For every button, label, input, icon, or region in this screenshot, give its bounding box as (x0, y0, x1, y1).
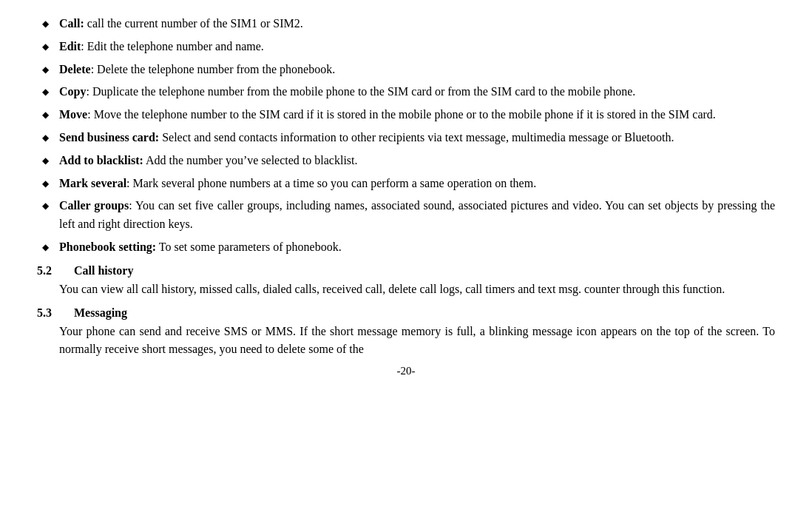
bullet-text-delete: Delete: Delete the telephone number from… (59, 61, 775, 79)
bullet-text-edit: Edit: Edit the telephone number and name… (59, 38, 775, 56)
bullet-item-phonebook-setting: ◆ Phonebook setting: To set some paramet… (37, 238, 775, 257)
bullet-label-caller-groups: Caller groups (59, 199, 129, 212)
bullet-diamond-copy: ◆ (37, 85, 53, 98)
bullet-item-send-business-card: ◆ Send business card: Select and send co… (37, 129, 775, 147)
bullet-desc-move: : Move the telephone number to the SIM c… (87, 108, 716, 121)
bullet-text-mark-several: Mark several: Mark several phone numbers… (59, 175, 775, 193)
bullet-desc-mark-several: : Mark several phone numbers at a time s… (126, 177, 536, 189)
bullet-label-mark-several: Mark several (59, 177, 126, 189)
bullet-label-move: Move (59, 108, 87, 121)
bullet-desc-send-business-card: Select and send contacts information to … (159, 131, 674, 144)
bullet-text-send-business-card: Send business card: Select and send cont… (59, 129, 775, 147)
bullet-item-move: ◆ Move: Move the telephone number to the… (37, 106, 775, 124)
section-52-header: 5.2 Call history (37, 264, 775, 278)
bullet-label-send-business-card: Send business card: (59, 131, 159, 144)
bullet-diamond-add-to-blacklist: ◆ (37, 154, 53, 167)
section-53-header: 5.3 Messaging (37, 306, 775, 320)
section-53-body: Your phone can send and receive SMS or M… (37, 323, 775, 360)
bullet-desc-caller-groups: : You can set five caller groups, includ… (59, 199, 775, 230)
bullet-item-mark-several: ◆ Mark several: Mark several phone numbe… (37, 175, 775, 193)
bullet-diamond-call: ◆ (37, 17, 53, 30)
bullet-text-phonebook-setting: Phonebook setting: To set some parameter… (59, 238, 775, 257)
bullet-diamond-caller-groups: ◆ (37, 199, 53, 212)
bullet-diamond-phonebook-setting: ◆ (37, 240, 53, 254)
bullet-diamond-send-business-card: ◆ (37, 131, 53, 144)
bullet-item-caller-groups: ◆ Caller groups: You can set five caller… (37, 197, 775, 234)
bullet-item-call: ◆ Call: call the current number of the S… (37, 15, 775, 33)
section-52-number: 5.2 (37, 264, 74, 278)
bullet-label-delete: Delete (59, 63, 91, 75)
bullet-diamond-delete: ◆ (37, 63, 53, 76)
page-container: ◆ Call: call the current number of the S… (0, 0, 812, 518)
bullet-desc-delete: : Delete the telephone number from the p… (91, 63, 336, 75)
bullet-text-move: Move: Move the telephone number to the S… (59, 106, 775, 124)
bullet-desc-add-to-blacklist: Add the number you’ve selected to blackl… (143, 154, 358, 166)
section-52-body: You can view all call history, missed ca… (37, 280, 775, 299)
bullet-item-edit: ◆ Edit: Edit the telephone number and na… (37, 38, 775, 56)
bullet-diamond-move: ◆ (37, 108, 53, 121)
bullet-item-copy: ◆ Copy: Duplicate the telephone number f… (37, 83, 775, 101)
section-52-title: Call history (74, 264, 133, 278)
bullet-text-call: Call: call the current number of the SIM… (59, 15, 775, 33)
section-53-number: 5.3 (37, 306, 74, 320)
bullet-label-phonebook-setting: Phonebook setting: (59, 240, 156, 253)
bullet-text-add-to-blacklist: Add to blacklist: Add the number you’ve … (59, 152, 775, 170)
section-53-title: Messaging (74, 306, 127, 320)
bullet-diamond-mark-several: ◆ (37, 177, 53, 190)
bullet-item-add-to-blacklist: ◆ Add to blacklist: Add the number you’v… (37, 152, 775, 170)
bullet-text-copy: Copy: Duplicate the telephone number fro… (59, 83, 775, 101)
bullet-item-delete: ◆ Delete: Delete the telephone number fr… (37, 61, 775, 79)
bullet-desc-call: call the current number of the SIM1 or S… (84, 17, 303, 30)
bullet-label-copy: Copy (59, 85, 86, 98)
bullet-desc-phonebook-setting: To set some parameters of phonebook. (156, 240, 342, 253)
bullet-desc-edit: : Edit the telephone number and name. (81, 40, 263, 53)
bullet-label-edit: Edit (59, 40, 81, 53)
bullet-label-call: Call: (59, 17, 84, 30)
bullet-desc-copy: : Duplicate the telephone number from th… (86, 85, 635, 98)
bullet-text-caller-groups: Caller groups: You can set five caller g… (59, 197, 775, 234)
bullet-label-add-to-blacklist: Add to blacklist: (59, 154, 143, 166)
bullet-diamond-edit: ◆ (37, 40, 53, 53)
bullet-list: ◆ Call: call the current number of the S… (37, 15, 775, 257)
page-number: -20- (37, 365, 775, 377)
